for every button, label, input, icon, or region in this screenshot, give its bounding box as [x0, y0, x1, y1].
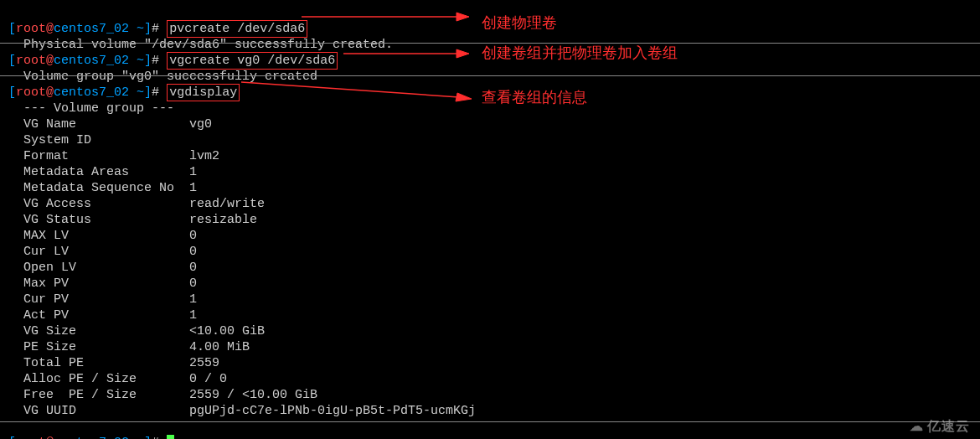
watermark: ☁亿速云	[910, 418, 970, 434]
annotation-vgdisplay: 查看卷组的信息	[482, 90, 587, 106]
svg-line-4	[241, 82, 459, 97]
output-pvcreate: Physical volume "/dev/sda6" successfully…	[23, 38, 393, 52]
vg-row: VG Status resizable	[8, 213, 257, 227]
vg-row: Open LV 0	[8, 261, 197, 275]
cloud-icon: ☁	[910, 418, 924, 434]
svg-marker-3	[456, 49, 469, 58]
divider	[0, 43, 980, 44]
vg-row: VG UUID pgUPjd-cC7e-lPNb-0igU-pB5t-PdT5-…	[8, 404, 476, 418]
command-vgcreate: vgcreate vg0 /dev/sda6	[167, 52, 338, 70]
vg-row: System ID	[8, 133, 91, 147]
vg-row: PE Size 4.00 MiB	[8, 340, 250, 354]
annotation-pvcreate: 创建物理卷	[482, 15, 557, 31]
vg-row: Format lvm2	[8, 149, 219, 163]
vg-row: Free PE / Size 2559 / <10.00 GiB	[8, 388, 317, 402]
arrow-icon	[302, 10, 469, 23]
vg-row: VG Access read/write	[8, 197, 265, 211]
vg-row: Metadata Sequence No 1	[8, 181, 197, 195]
prompt-mark: #	[152, 22, 159, 36]
vg-row: Metadata Areas 1	[8, 165, 197, 179]
vg-row: Cur PV 1	[8, 292, 197, 307]
vg-row: VG Name vg0	[8, 117, 212, 132]
terminal-cursor	[167, 435, 174, 439]
terminal[interactable]: [root@centos7_02 ~]# pvcreate /dev/sda6 …	[0, 0, 980, 439]
arrow-icon	[241, 79, 472, 104]
vg-row: VG Size <10.00 GiB	[8, 324, 265, 338]
arrow-icon	[343, 47, 469, 60]
vgdisplay-header: --- Volume group ---	[23, 101, 174, 116]
vg-row: Cur LV 0	[8, 245, 197, 259]
divider	[0, 75, 980, 76]
prompt-user: root	[16, 22, 46, 36]
svg-marker-5	[456, 93, 472, 101]
prompt-path: ~	[137, 22, 144, 36]
vg-row: Act PV 1	[8, 308, 197, 323]
vg-row: MAX LV 0	[8, 229, 197, 243]
prompt-host: centos7_02	[54, 22, 129, 36]
command-vgdisplay: vgdisplay	[167, 84, 240, 101]
annotation-vgcreate: 创建卷组并把物理卷加入卷组	[482, 45, 678, 61]
vg-row: Alloc PE / Size 0 / 0	[8, 372, 227, 386]
command-pvcreate: pvcreate /dev/sda6	[167, 20, 307, 38]
vg-row: Max PV 0	[8, 276, 197, 291]
vg-row: Total PE 2559	[8, 356, 219, 370]
divider	[0, 421, 980, 422]
svg-marker-1	[456, 13, 469, 21]
